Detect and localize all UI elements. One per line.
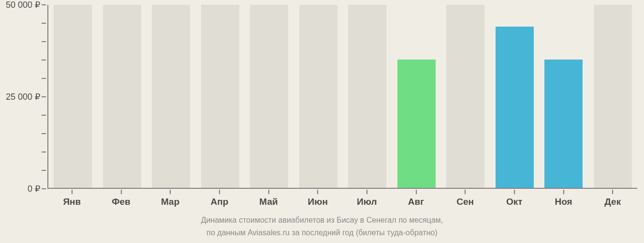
y-axis-tick [42,4,46,5]
y-axis-label: 50 000 ₽ [6,0,40,10]
x-axis-tick [268,190,269,194]
x-tick-group: Янв [47,190,97,209]
y-axis-label: 25 000 ₽ [6,91,40,102]
bar-slot [48,5,98,188]
x-axis-label: Фев [112,197,130,207]
bar [496,27,534,188]
bar [594,5,632,188]
x-tick-group: Июн [293,190,342,209]
x-tick-group: Дек [588,190,637,209]
bar [201,5,239,188]
bar [299,5,337,188]
x-tick-group: Апр [195,190,244,209]
y-axis-minor-tick [42,60,46,61]
y-axis-minor-tick [42,41,46,42]
bar [446,5,484,188]
y-axis-minor-tick [42,152,46,152]
y-axis-minor-tick [42,78,46,79]
y-axis: 0 ₽25 000 ₽50 000 ₽ [0,5,46,189]
bar-slot [588,5,638,188]
chart-wrapper: 0 ₽25 000 ₽50 000 ₽ ЯнвФевМарАпрМайИюнИю… [0,0,644,243]
plot-area [47,5,637,189]
x-axis-label: Июн [308,197,328,207]
y-axis-tick [42,96,46,97]
x-axis-label: Янв [63,197,81,207]
bar-slot [490,5,540,188]
bar [152,5,190,188]
bars-container [48,5,637,188]
y-axis-minor-tick [42,133,46,134]
y-axis-minor-tick [42,23,46,24]
x-axis-tick [317,190,318,194]
x-axis-tick [612,190,613,194]
x-axis-tick [514,190,515,194]
bar-slot [294,5,343,188]
bar [544,60,583,188]
bar [250,5,288,188]
x-tick-group: Окт [490,190,539,209]
y-axis-tick [42,188,46,189]
bar-slot [441,5,490,188]
x-tick-group: Мар [146,190,195,209]
x-tick-group: Май [244,190,293,209]
bar-slot [196,5,245,188]
x-tick-group: Фев [97,190,146,209]
x-axis-tick [563,190,564,194]
bar-slot [98,5,147,188]
x-axis-tick [366,190,367,194]
x-axis: ЯнвФевМарАпрМайИюнИюлАвгСенОктНояДек [47,190,637,209]
caption-line1: Динамика стоимости авиабилетов из Бисау … [0,214,644,227]
x-axis-label: Ноя [555,197,572,207]
x-axis-tick [416,190,417,194]
bar-slot [245,5,294,188]
x-axis-label: Окт [506,197,523,207]
bar-slot [146,5,196,188]
bar [103,5,141,188]
x-axis-label: Дек [604,197,621,207]
x-axis-label: Сен [456,197,474,207]
bar-slot [392,5,441,188]
y-axis-minor-tick [42,170,46,171]
chart-caption: Динамика стоимости авиабилетов из Бисау … [0,214,644,239]
x-axis-tick [121,190,122,194]
x-axis-label: Апр [210,197,228,207]
x-axis-tick [219,190,220,194]
y-axis-minor-tick [42,115,46,116]
y-axis-label: 0 ₽ [28,183,40,194]
x-tick-group: Сен [440,190,490,209]
x-tick-group: Июл [342,190,392,209]
x-axis-label: Май [259,197,278,207]
caption-line2: по данным Aviasales.ru за последний год … [0,227,644,239]
bar-slot [343,5,392,188]
x-axis-label: Авг [408,197,424,207]
x-axis-tick [170,190,171,194]
x-axis-tick [465,190,466,194]
bar [348,5,386,188]
bar [54,5,92,188]
x-axis-tick [72,190,73,194]
bar [397,60,436,188]
x-tick-group: Ноя [539,190,588,209]
x-tick-group: Авг [392,190,441,209]
x-axis-label: Мар [161,197,179,207]
x-axis-label: Июл [357,197,377,207]
bar-slot [539,5,588,188]
